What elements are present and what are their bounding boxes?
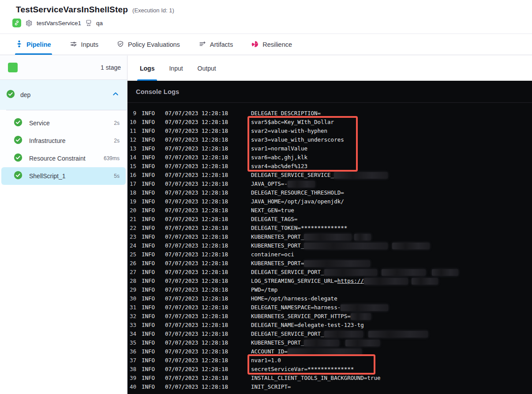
log-level: INFO [142,109,157,118]
log-level: INFO [142,383,157,391]
log-text: INSTALL_CLIENT_TOOLS_IN_BACKGROUND=true [251,374,381,383]
redacted-text [334,172,388,179]
log-line-number: 26 [127,259,136,268]
log-level: INFO [142,365,157,374]
log-message: DELEGATE_TAGS= [251,215,297,224]
tab-resilience[interactable]: Resilience [251,34,292,55]
tab-policy-evaluations[interactable]: Policy Evaluations [117,34,180,55]
log-text: HOME=/opt/harness-delegate [251,294,337,303]
log-row: 33 INFO 07/07/2023 12:28:18 DELEGATE_NAM… [127,321,532,330]
step-duration: 2s [114,120,120,126]
redacted-text [304,234,352,240]
tab-pipeline[interactable]: Pipeline [16,34,51,55]
log-level: INFO [142,321,157,330]
log-text: svar4=abc%def%123 [251,162,307,171]
service-name[interactable]: testVarsService1 [37,20,81,26]
log-text: KUBERNETES_PORT_ [251,338,304,347]
log-link[interactable]: https:// [337,277,364,285]
log-message: DELEGATE_SERVICE_PORT_ [251,268,458,277]
log-row: 34 INFO 07/07/2023 12:28:18 DELEGATE_SER… [127,330,532,338]
log-text: svar2=value-with-hyphen [251,127,327,135]
console-log-scroll-area[interactable]: 9 INFO 07/07/2023 12:28:18 DELEGATE_DESC… [127,103,532,394]
inputs-icon [70,41,77,49]
log-line-number: 19 [127,197,136,206]
environment-name[interactable]: qa [96,20,103,26]
redacted-text [368,331,428,338]
log-message: HOME=/opt/harness-delegate [251,294,337,303]
tab-input[interactable]: Input [168,56,184,81]
execution-sidebar: 1 stage dep Service 2s [0,56,127,394]
log-level: INFO [142,347,157,356]
log-message: secretServiceVar=************** [251,365,354,374]
redacted-text [392,243,430,249]
log-message: svar3=value_with_underscores [251,135,344,144]
log-message: JAVA_HOME=/opt/java/openjdk/ [251,197,344,206]
log-level: INFO [142,330,157,338]
log-level: INFO [142,277,157,285]
redacted-text [345,340,380,346]
log-line-number: 15 [127,162,136,171]
step-details-pane: Logs Input Output Console Logs 9 INFO 07… [127,56,532,394]
log-line-number: 9 [127,109,136,118]
chevron-up-icon[interactable] [112,90,119,99]
log-row: 22 INFO 07/07/2023 12:28:18 DELEGATE_TOK… [127,224,532,233]
step-row-resource-constraint[interactable]: Resource Constraint 639ms [1,150,126,167]
log-row: 40 INFO 07/07/2023 12:28:18 INIT_SCRIPT= [127,383,532,391]
log-row: 26 INFO 07/07/2023 12:28:18 KUBERNETES_P… [127,259,532,268]
log-timestamp: 07/07/2023 12:28:18 [165,197,229,206]
log-row: 20 INFO 07/07/2023 12:28:18 NEXT_GEN=tru… [127,206,532,215]
step-row-infrastructure[interactable]: Infrastructure 2s [1,132,126,150]
log-row: 15 INFO 07/07/2023 12:28:18 svar4=abc%de… [127,162,532,171]
tab-artifacts[interactable]: Artifacts [199,34,233,55]
log-line-number: 11 [127,127,136,135]
log-row: 31 INFO 07/07/2023 12:28:18 DELEGATE_NAM… [127,303,532,312]
log-text: DELEGATE_SERVICE_PORT_ [251,268,324,277]
log-timestamp: 07/07/2023 12:28:18 [165,285,229,294]
log-row: 12 INFO 07/07/2023 12:28:18 svar3=value_… [127,135,532,144]
log-line-number: 28 [127,277,136,285]
log-row: 9 INFO 07/07/2023 12:28:18 DELEGATE_DESC… [127,109,532,118]
step-duration: 2s [114,138,120,144]
console-title: Console Logs [136,88,179,95]
stage-group-dep[interactable]: dep [0,80,127,110]
log-line-number: 10 [127,118,136,127]
log-message: NEXT_GEN=true [251,206,294,215]
tab-logs[interactable]: Logs [139,56,155,81]
stage-summary-row[interactable]: 1 stage [0,56,127,80]
step-row-shellscript-1[interactable]: ShellScript_1 5s [1,167,126,185]
log-level: INFO [142,135,157,144]
step-row-service[interactable]: Service 2s [1,114,126,132]
log-row: 30 INFO 07/07/2023 12:28:18 HOME=/opt/ha… [127,294,532,303]
tab-output[interactable]: Output [197,56,217,81]
redacted-text [382,269,426,276]
log-line-number: 23 [127,233,136,241]
log-text: DELEGATE_SERVICE_PORT_ [251,330,324,338]
log-level: INFO [142,338,157,347]
console-header: Console Logs [127,81,532,103]
tab-inputs[interactable]: Inputs [70,34,99,55]
success-check-icon [14,135,22,146]
log-text: ACCOUNT_ID= [251,347,288,356]
log-text: JAVA_OPTS=- [251,180,288,188]
log-text: DELEGATE_TAGS= [251,215,297,224]
log-timestamp: 07/07/2023 12:28:18 [165,259,229,268]
log-timestamp: 07/07/2023 12:28:18 [165,135,229,144]
environment-icon [85,19,92,26]
log-level: INFO [142,356,157,365]
gear-icon[interactable] [25,19,33,27]
log-level: INFO [142,224,157,233]
log-message: KUBERNETES_PORT_ [251,338,380,347]
redacted-text [304,243,388,249]
log-line-number: 34 [127,330,136,338]
log-timestamp: 07/07/2023 12:28:18 [165,268,229,277]
link-icon [12,19,21,27]
log-timestamp: 07/07/2023 12:28:18 [165,144,229,153]
log-message: svar6=abc,ghj,klk [251,153,307,162]
redacted-text [288,349,362,355]
log-line-number: 24 [127,241,136,250]
log-timestamp: 07/07/2023 12:28:18 [165,127,229,135]
redacted-text [304,340,339,346]
log-row: 29 INFO 07/07/2023 12:28:18 PWD=/tmp [127,285,532,294]
log-message: ACCOUNT_ID= [251,347,362,356]
log-timestamp: 07/07/2023 12:28:18 [165,233,229,241]
